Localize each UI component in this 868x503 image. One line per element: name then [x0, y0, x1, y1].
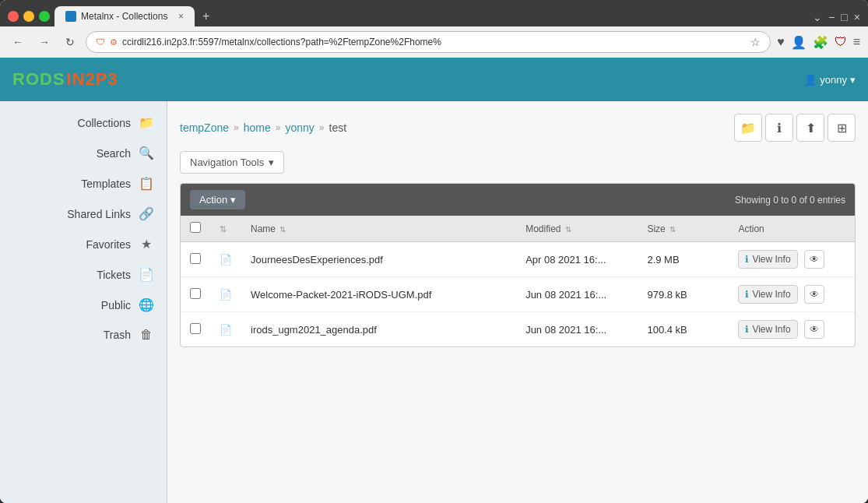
sidebar-item-shared-links[interactable]: Shared Links 🔗: [0, 199, 167, 229]
file-name: JourneesDesExperiences.pdf: [251, 254, 383, 266]
row-size-cell: 979.8 kB: [638, 277, 729, 312]
minimize-button[interactable]: −: [828, 11, 835, 23]
col-name-header[interactable]: Name ⇅: [241, 216, 516, 242]
row-checkbox-cell: [181, 242, 210, 277]
shared-links-icon: 🔗: [139, 206, 154, 221]
account-button[interactable]: 👤: [791, 35, 807, 50]
action-caret: ▾: [230, 194, 236, 206]
sidebar-label-search: Search: [15, 147, 131, 160]
search-icon: 🔍: [139, 146, 154, 160]
back-button[interactable]: ←: [8, 34, 28, 50]
new-folder-button[interactable]: 📁: [734, 114, 762, 142]
col-size-header[interactable]: Size ⇅: [638, 216, 729, 242]
col-modified-header[interactable]: Modified ⇅: [516, 216, 638, 242]
info-button[interactable]: ℹ: [765, 114, 793, 142]
sidebar-item-favorites[interactable]: Favorites ★: [0, 229, 167, 259]
table-row: 📄 JourneesDesExperiences.pdf Apr 08 2021…: [181, 242, 855, 277]
tab-label: Metalnx - Collections: [81, 11, 174, 22]
refresh-button[interactable]: ↻: [61, 34, 79, 50]
sidebar-item-tickets[interactable]: Tickets 📄: [0, 259, 167, 290]
nav-tools-caret: ▾: [269, 157, 274, 168]
modified-sort-icon: ⇅: [565, 225, 571, 234]
col-action-header: Action: [729, 216, 855, 242]
window-close-button[interactable]: [8, 11, 19, 22]
active-tab[interactable]: Metalnx - Collections ×: [54, 6, 195, 26]
view-info-label: View Info: [752, 289, 790, 300]
user-menu[interactable]: 👤 yonny ▾: [804, 74, 856, 86]
row-checkbox[interactable]: [190, 323, 201, 334]
size-sort-icon: ⇅: [669, 225, 676, 234]
action-button[interactable]: Action ▾: [190, 190, 245, 209]
breadcrumb: tempZone » home » yonny » test: [180, 121, 346, 134]
row-checkbox[interactable]: [190, 288, 201, 299]
metalnx-icon: ⚙: [110, 37, 118, 47]
close-window-button[interactable]: ×: [854, 11, 860, 23]
entries-count: Showing 0 to 0 of 0 entries: [735, 195, 845, 206]
view-info-label: View Info: [752, 254, 790, 265]
upload-button[interactable]: ⬆: [796, 114, 824, 142]
window-max-button[interactable]: [39, 11, 50, 22]
extensions-button[interactable]: 🧩: [813, 35, 828, 50]
grid-view-button[interactable]: ⊞: [828, 114, 856, 142]
row-checkbox-cell: [181, 277, 210, 312]
tab-favicon: [65, 11, 76, 22]
address-bar[interactable]: 🛡 ⚙ ccirdli216.in2p3.fr:5597/metalnx/col…: [86, 31, 771, 53]
sidebar-item-templates[interactable]: Templates 📋: [0, 168, 167, 199]
breadcrumb-yonny[interactable]: yonny: [285, 121, 314, 134]
file-name: irods_ugm2021_agenda.pdf: [251, 324, 377, 336]
bookmark-icon[interactable]: ☆: [750, 36, 761, 48]
name-sort-icon: ⇅: [279, 225, 286, 234]
shield-button[interactable]: 🛡: [835, 35, 847, 49]
pocket-button[interactable]: ♥: [777, 35, 785, 49]
templates-icon: 📋: [139, 176, 154, 191]
row-checkbox[interactable]: [190, 253, 201, 264]
breadcrumb-home[interactable]: home: [244, 121, 271, 134]
navigation-tools-button[interactable]: Navigation Tools ▾: [180, 151, 284, 174]
info-icon: ℹ: [745, 254, 749, 265]
view-info-button[interactable]: ℹ View Info: [738, 285, 797, 304]
row-action-cell: ℹ View Info 👁: [729, 242, 855, 277]
url-text: ccirdli216.in2p3.fr:5597/metalnx/collect…: [122, 37, 746, 47]
sidebar-label-shared-links: Shared Links: [15, 208, 131, 220]
view-info-button[interactable]: ℹ View Info: [738, 250, 797, 269]
window-min-button[interactable]: [23, 11, 34, 22]
file-modified: Apr 08 2021 16:...: [525, 254, 606, 266]
tab-close-button[interactable]: ×: [178, 11, 184, 22]
file-modified: Jun 08 2021 16:...: [525, 289, 606, 301]
user-icon: 👤: [804, 74, 817, 86]
sidebar-label-public: Public: [15, 299, 131, 311]
file-icon: 📄: [220, 254, 232, 266]
breadcrumb-tempzone[interactable]: tempZone: [180, 121, 229, 134]
breadcrumb-test: test: [329, 121, 347, 134]
breadcrumb-row: tempZone » home » yonny » test 📁 ℹ ⬆ ⊞: [180, 114, 856, 142]
shield-icon: 🛡: [96, 37, 105, 47]
sidebar-item-collections[interactable]: Collections 📁: [0, 107, 167, 138]
sidebar-label-trash: Trash: [15, 329, 131, 341]
preview-button[interactable]: 👁: [804, 320, 824, 339]
select-all-checkbox[interactable]: [190, 222, 201, 233]
brand: RODSIN2P3: [12, 69, 118, 90]
user-dropdown-icon: ▾: [850, 74, 856, 86]
tab-right-controls: ⌄ − □ ×: [813, 11, 860, 26]
brand-rods: RODS: [12, 69, 65, 89]
table-row: 📄 Welcome-Packet-2021-iRODS-UGM.pdf Jun …: [181, 277, 855, 312]
sidebar-item-trash[interactable]: Trash 🗑: [0, 320, 167, 350]
forward-button[interactable]: →: [34, 34, 54, 50]
breadcrumb-sep-1: »: [234, 122, 239, 133]
sidebar-label-tickets: Tickets: [15, 269, 131, 281]
preview-button[interactable]: 👁: [804, 285, 824, 304]
tab-bar: Metalnx - Collections × + ⌄ − □ ×: [8, 6, 860, 26]
row-action-group: ℹ View Info 👁: [738, 320, 845, 339]
row-size-cell: 100.4 kB: [638, 312, 729, 347]
tab-list-button[interactable]: ⌄: [813, 11, 822, 23]
view-info-button[interactable]: ℹ View Info: [738, 320, 797, 339]
sidebar-item-public[interactable]: Public 🌐: [0, 290, 167, 320]
restore-button[interactable]: □: [841, 11, 847, 23]
row-action-group: ℹ View Info 👁: [738, 285, 845, 304]
file-size: 100.4 kB: [647, 324, 687, 336]
row-action-group: ℹ View Info 👁: [738, 250, 845, 269]
sidebar-item-search[interactable]: Search 🔍: [0, 138, 167, 168]
menu-button[interactable]: ≡: [853, 35, 860, 49]
preview-button[interactable]: 👁: [804, 250, 824, 269]
new-tab-button[interactable]: +: [196, 6, 216, 26]
